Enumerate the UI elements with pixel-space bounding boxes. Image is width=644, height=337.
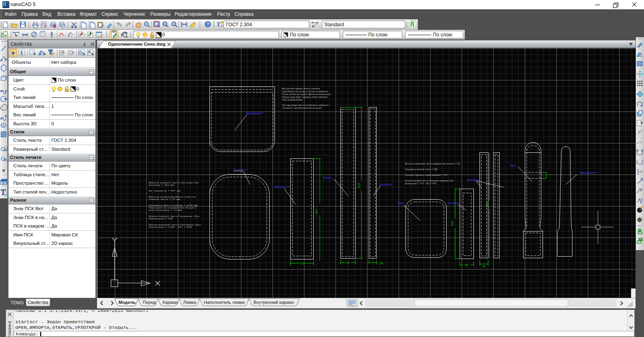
svg-text:Ее периметр = 447 мм: Ее периметр = 447 мм <box>149 190 181 192</box>
svg-text:Бок кармана: Бок кармана <box>448 202 459 204</box>
svg-text:1: 1 <box>20 50 23 56</box>
svg-text:Лямки рюкзака: Лямки рюкзака <box>467 179 480 181</box>
svg-text:Бок верх: Бок верх <box>323 176 331 178</box>
svg-text:припусков) = 447: припусков) = 447 <box>149 217 173 220</box>
svg-text:Перед: Перед <box>143 300 156 305</box>
svg-text:припусков) = 1140 - 447 = 693: припусков) = 1140 - 447 = 693 <box>149 226 192 228</box>
svg-text:723: 723 <box>357 183 361 189</box>
svg-text:Карман передний: Карман передний <box>274 185 290 187</box>
svg-text:Низ боковины: Низ боковины <box>380 183 393 185</box>
svg-text:15 мм загиба на подгиб. Дальше: 15 мм загиба на подгиб. Дальше обязатель… <box>282 93 331 95</box>
svg-text:?: ? <box>207 22 209 27</box>
svg-text:припусков) = 775 - 381 = 474: припусков) = 775 - 381 = 474 <box>405 182 436 185</box>
svg-text:T: T <box>217 21 221 27</box>
svg-text:T: T <box>1 188 6 196</box>
svg-text:+: + <box>61 32 63 36</box>
svg-text:Высота клапанной части кармана: Высота клапанной части кармана без молни… <box>405 162 460 165</box>
svg-text:Внутренний карман сверху снача: Внутренний карман сверху сначала <box>282 87 320 90</box>
svg-text:подгибается на 10 мм, а потом: подгибается на 10 мм, а потом оставшиеся <box>282 90 328 93</box>
svg-text:Модель: Модель <box>118 300 136 305</box>
svg-text:331: 331 <box>450 221 454 226</box>
svg-text:Карман: Карман <box>398 202 404 204</box>
svg-text:пикошь куда будет продета люба: пикошь куда будет продета люба повязкой, <box>282 96 328 98</box>
svg-text:низа боковины = 15 мм: низа боковины = 15 мм <box>149 209 182 211</box>
svg-text:Полный периметр люда кармана =: Полный периметр люда кармана = 775 <box>405 174 447 176</box>
svg-text:Наполнитель лямки: Наполнитель лямки <box>580 171 598 173</box>
svg-text:64: 64 <box>465 263 469 267</box>
svg-text:Внутренний карман: Внутренний карман <box>246 112 264 114</box>
svg-text:−: − <box>71 34 73 38</box>
svg-text:Внутренний карман: Внутренний карман <box>253 300 294 305</box>
svg-text:Лямка: Лямка <box>510 164 516 166</box>
svg-text:591: 591 <box>486 202 488 207</box>
svg-text:молнии) = 320 мм: молнии) = 320 мм <box>149 184 174 186</box>
svg-text:Длина боковой части боковины к: Длина боковой части боковины кармана (бе… <box>405 179 454 182</box>
svg-text:Наполнитель лямки: Наполнитель лямки <box>204 300 245 305</box>
svg-text:либо резинкой вниз: либо резинкой вниз <box>282 99 303 101</box>
svg-text:26: 26 <box>482 265 486 268</box>
svg-text:Перед рюкзака: Перед рюкзака <box>234 168 247 171</box>
svg-text:нижней части = 70 мм: нижней части = 70 мм <box>149 198 180 200</box>
svg-text:Карман: Карман <box>163 300 178 305</box>
svg-text:Лямка: Лямка <box>183 300 196 305</box>
svg-text:75: 75 <box>346 261 350 265</box>
svg-text:110: 110 <box>300 261 305 265</box>
svg-text:35: 35 <box>380 261 383 265</box>
svg-text:477: 477 <box>315 209 319 214</box>
svg-text:Так надо будет как-то Установи: Так надо будет как-то Установить навески… <box>282 104 329 106</box>
svg-text:Периметр нижней части = 381: Периметр нижней части = 381 <box>405 168 438 171</box>
svg-text:том месте, где будет крепиться: том месте, где будет крепиться шнур <box>282 107 321 109</box>
